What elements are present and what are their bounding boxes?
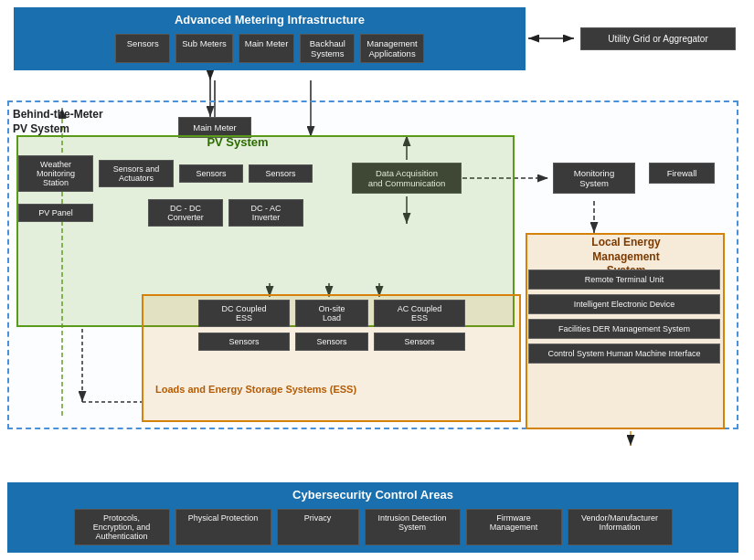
sensors-actuators-box: Sensors andActuators — [99, 160, 174, 187]
cyber-boxes: Protocols,Encryption, andAuthentication … — [9, 505, 737, 551]
ess-sensors-box1: Sensors — [198, 333, 290, 351]
onsite-load-box: On-siteLoad — [295, 300, 368, 327]
ami-box-backhaul: BackhaulSystems — [300, 34, 355, 63]
pv-sensors-box2: Sensors — [249, 164, 313, 183]
ess-title: Loads and Energy Storage Systems (ESS) — [155, 384, 356, 395]
ess-title-label: Loads and Energy Storage Systems (ESS) — [155, 384, 356, 395]
pv-sensors-box1: Sensors — [179, 164, 243, 183]
pv-title: PV System — [146, 135, 329, 149]
cyber-section: Cybersecurity Control Areas Protocols,En… — [7, 482, 738, 553]
ami-boxes: Sensors Sub Meters Main Meter BackhaulSy… — [16, 30, 524, 69]
monitoring-box: MonitoringSystem — [553, 163, 635, 194]
ami-box-submeters: Sub Meters — [175, 34, 233, 63]
utility-grid-label: Utility Grid or Aggregator — [608, 34, 708, 44]
pv-row1: WeatherMonitoringStation Sensors andActu… — [18, 155, 512, 192]
ess-sensors-box2: Sensors — [295, 333, 368, 351]
pv-inner: WeatherMonitoringStation Sensors andActu… — [18, 155, 512, 227]
lems-row-1: Remote Terminal Unit — [528, 269, 720, 290]
lems-der-box: Facilities DER Management System — [528, 319, 720, 339]
lems-row-3: Facilities DER Management System — [528, 319, 720, 339]
main-meter-label: Main Meter — [193, 122, 237, 132]
weather-station-box: WeatherMonitoringStation — [18, 155, 93, 192]
firewall-box: Firewall — [649, 163, 715, 184]
ami-box-mainmeter: Main Meter — [239, 34, 295, 63]
ess-row2: Sensors Sensors Sensors — [144, 333, 519, 351]
ess-sensors-box3: Sensors — [374, 333, 465, 351]
cyber-box-vendor: Vendor/ManufacturerInformation — [568, 509, 673, 545]
pv-row2: PV Panel DC - DCConverter DC - ACInverte… — [18, 199, 512, 227]
cyber-box-ids: Intrusion DetectionSystem — [365, 509, 461, 545]
ami-section: Advanced Metering Infrastructure Sensors… — [14, 7, 526, 70]
cyber-box-firmware: FirmwareManagement — [466, 509, 562, 545]
ess-row1: DC CoupledESS On-siteLoad AC CoupledESS — [144, 300, 519, 327]
cyber-box-privacy: Privacy — [277, 509, 359, 545]
lems-rtu-box: Remote Terminal Unit — [528, 269, 720, 290]
btm-label: Behind-the-MeterPV System — [13, 108, 103, 136]
firewall-label: Firewall — [667, 168, 697, 178]
lems-row-4: Control System Human Machine Interface — [528, 343, 720, 364]
cyber-title: Cybersecurity Control Areas — [9, 484, 737, 505]
ami-box-mgmt: ManagementApplications — [360, 34, 423, 63]
lems-row-2: Intelligent Electronic Device — [528, 294, 720, 314]
dc-coupled-ess-box: DC CoupledESS — [198, 300, 290, 327]
dc-ac-inverter-box: DC - ACInverter — [228, 199, 303, 227]
ami-box-sensors: Sensors — [115, 34, 170, 63]
lems-ied-box: Intelligent Electronic Device — [528, 294, 720, 314]
diagram: Advanced Metering Infrastructure Sensors… — [0, 0, 754, 560]
cyber-box-protocols: Protocols,Encryption, andAuthentication — [74, 509, 170, 545]
cyber-box-physical: Physical Protection — [175, 509, 271, 545]
ess-inner: DC CoupledESS On-siteLoad AC CoupledESS … — [144, 300, 519, 351]
pv-panel-box: PV Panel — [18, 204, 93, 222]
ac-coupled-ess-box: AC CoupledESS — [374, 300, 465, 327]
lems-hmi-box: Control System Human Machine Interface — [528, 343, 720, 364]
utility-grid-box: Utility Grid or Aggregator — [580, 27, 736, 50]
dc-dc-converter-box: DC - DCConverter — [148, 199, 223, 227]
ami-title: Advanced Metering Infrastructure — [16, 9, 524, 30]
lems-inner: Remote Terminal Unit Intelligent Electro… — [528, 269, 720, 368]
